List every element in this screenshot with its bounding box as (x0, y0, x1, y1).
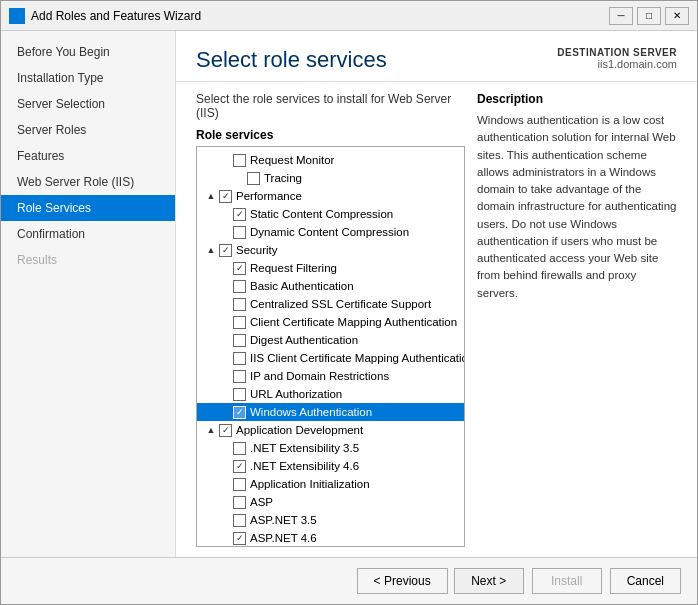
tree-item-request-monitor[interactable]: Request Monitor (197, 151, 464, 169)
sidebar-item-before-you-begin[interactable]: Before You Begin (1, 39, 175, 65)
label-client-cert-mapping: Client Certificate Mapping Authenticatio… (250, 316, 457, 328)
tree-item-net35[interactable]: .NET Extensibility 3.5 (197, 439, 464, 457)
cb-aspnet46[interactable] (233, 532, 246, 545)
tree-item-tracing[interactable]: Tracing (197, 169, 464, 187)
cb-static-content-compression[interactable] (233, 208, 246, 221)
cb-app-init[interactable] (233, 478, 246, 491)
tree-item-windows-auth[interactable]: Windows Authentication (197, 403, 464, 421)
role-services-label: Role services (196, 128, 465, 142)
tree-item-request-filtering[interactable]: Request Filtering (197, 259, 464, 277)
sidebar-item-role-services[interactable]: Role Services (1, 195, 175, 221)
no-expand-wa (219, 406, 231, 418)
label-performance: Performance (236, 190, 302, 202)
tree-item-aspnet46[interactable]: ASP.NET 4.6 (197, 529, 464, 547)
no-expand-tracing (233, 172, 245, 184)
tree-item-ip-domain[interactable]: IP and Domain Restrictions (197, 367, 464, 385)
no-expand-da (219, 334, 231, 346)
tree-item-centralized-ssl[interactable]: Centralized SSL Certificate Support (197, 295, 464, 313)
left-nav: Before You Begin Installation Type Serve… (1, 31, 176, 557)
expand-security[interactable]: ▲ (205, 244, 217, 256)
tree-item-security[interactable]: ▲ Security (197, 241, 464, 259)
cb-dynamic-content-compression[interactable] (233, 226, 246, 239)
cb-aspnet35[interactable] (233, 514, 246, 527)
instruction-text: Select the role services to install for … (196, 92, 465, 120)
sidebar-item-features[interactable]: Features (1, 143, 175, 169)
no-expand-cssl (219, 298, 231, 310)
no-expand-scc (219, 208, 231, 220)
cb-url-auth[interactable] (233, 388, 246, 401)
label-url-auth: URL Authorization (250, 388, 342, 400)
description-text: Windows authentication is a low cost aut… (477, 112, 677, 302)
install-button: Install (532, 568, 602, 594)
sidebar-item-installation-type[interactable]: Installation Type (1, 65, 175, 91)
expand-performance[interactable]: ▲ (205, 190, 217, 202)
next-button[interactable]: Next > (454, 568, 524, 594)
no-expand-ua (219, 388, 231, 400)
cb-windows-auth[interactable] (233, 406, 246, 419)
cb-request-filtering[interactable] (233, 262, 246, 275)
cb-basic-auth[interactable] (233, 280, 246, 293)
label-tracing: Tracing (264, 172, 302, 184)
cb-client-cert-mapping[interactable] (233, 316, 246, 329)
maximize-button[interactable]: □ (637, 7, 661, 25)
tree-item-dynamic-content-compression[interactable]: Dynamic Content Compression (197, 223, 464, 241)
tree-item-net46[interactable]: .NET Extensibility 4.6 (197, 457, 464, 475)
content-area: Before You Begin Installation Type Serve… (1, 31, 697, 557)
sidebar-item-server-selection[interactable]: Server Selection (1, 91, 175, 117)
sidebar-item-results: Results (1, 247, 175, 273)
cb-request-monitor[interactable] (233, 154, 246, 167)
label-windows-auth: Windows Authentication (250, 406, 372, 418)
no-expand-icc (219, 352, 231, 364)
cb-asp[interactable] (233, 496, 246, 509)
sidebar-item-server-roles[interactable]: Server Roles (1, 117, 175, 143)
tree-item-iis-client-cert[interactable]: IIS Client Certificate Mapping Authentic… (197, 349, 464, 367)
body-area: Select the role services to install for … (176, 82, 697, 557)
no-expand-ba (219, 280, 231, 292)
wizard-icon (9, 8, 25, 24)
tree-item-digest-auth[interactable]: Digest Authentication (197, 331, 464, 349)
title-bar-left: Add Roles and Features Wizard (9, 8, 201, 24)
no-expand-rf (219, 262, 231, 274)
label-app-dev: Application Development (236, 424, 363, 436)
cb-security[interactable] (219, 244, 232, 257)
label-digest-auth: Digest Authentication (250, 334, 358, 346)
cb-app-dev[interactable] (219, 424, 232, 437)
tree-item-basic-auth[interactable]: Basic Authentication (197, 277, 464, 295)
cb-centralized-ssl[interactable] (233, 298, 246, 311)
no-expand-net46 (219, 460, 231, 472)
no-expand-net35 (219, 442, 231, 454)
tree-item-performance[interactable]: ▲ Performance (197, 187, 464, 205)
sidebar-item-web-server-role[interactable]: Web Server Role (IIS) (1, 169, 175, 195)
description-panel: Description Windows authentication is a … (477, 92, 677, 547)
tree-item-client-cert-mapping[interactable]: Client Certificate Mapping Authenticatio… (197, 313, 464, 331)
title-bar-controls: ─ □ ✕ (609, 7, 689, 25)
close-button[interactable]: ✕ (665, 7, 689, 25)
description-title: Description (477, 92, 677, 106)
cb-performance[interactable] (219, 190, 232, 203)
cb-ip-domain[interactable] (233, 370, 246, 383)
cancel-button[interactable]: Cancel (610, 568, 681, 594)
label-request-filtering: Request Filtering (250, 262, 337, 274)
tree-item-asp[interactable]: ASP (197, 493, 464, 511)
cb-tracing[interactable] (247, 172, 260, 185)
tree-item-static-content-compression[interactable]: Static Content Compression (197, 205, 464, 223)
cb-net35[interactable] (233, 442, 246, 455)
cb-digest-auth[interactable] (233, 334, 246, 347)
tree-item-aspnet35[interactable]: ASP.NET 3.5 (197, 511, 464, 529)
navigation-buttons: < Previous Next > (357, 568, 524, 594)
tree-item-app-init[interactable]: Application Initialization (197, 475, 464, 493)
previous-button[interactable]: < Previous (357, 568, 448, 594)
no-expand-ai (219, 478, 231, 490)
expand-app-dev[interactable]: ▲ (205, 424, 217, 436)
label-app-init: Application Initialization (250, 478, 370, 490)
no-expand-aspnet35 (219, 514, 231, 526)
tree-container[interactable]: Request Monitor Tracing ▲ Performan (196, 146, 465, 547)
minimize-button[interactable]: ─ (609, 7, 633, 25)
sidebar-item-confirmation[interactable]: Confirmation (1, 221, 175, 247)
cb-iis-client-cert[interactable] (233, 352, 246, 365)
tree-item-url-auth[interactable]: URL Authorization (197, 385, 464, 403)
label-aspnet35: ASP.NET 3.5 (250, 514, 317, 526)
cb-net46[interactable] (233, 460, 246, 473)
no-expand-ccm (219, 316, 231, 328)
tree-item-app-dev[interactable]: ▲ Application Development (197, 421, 464, 439)
